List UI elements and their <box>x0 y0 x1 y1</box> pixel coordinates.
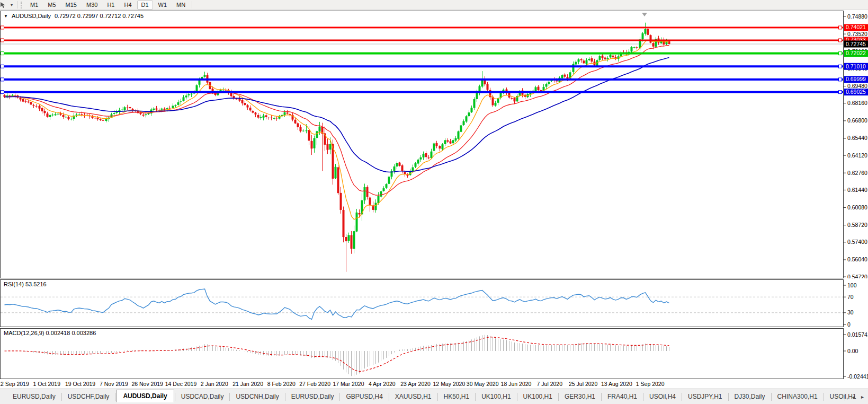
svg-text:0.57400: 0.57400 <box>847 239 867 245</box>
tab-separator <box>682 393 682 401</box>
tab-separator <box>339 393 340 401</box>
svg-text:0.73520: 0.73520 <box>847 31 867 37</box>
tab-separator <box>558 393 559 401</box>
tab-separator <box>285 393 285 401</box>
chart-tab-gbpusd-h4[interactable]: GBPUSD,H4 <box>341 391 388 402</box>
timeframe-button-d1[interactable]: D1 <box>137 1 153 10</box>
svg-text:0.62760: 0.62760 <box>847 170 867 176</box>
cursor-tool-icon[interactable] <box>2 1 10 8</box>
svg-text:0.72022: 0.72022 <box>846 50 866 56</box>
level-line[interactable] <box>0 27 843 28</box>
level-handle <box>1 52 4 55</box>
price-shift-marker-icon <box>642 13 647 16</box>
chart-tab-dj30-daily[interactable]: DJ30,Daily <box>729 391 771 402</box>
chart-tab-china300-h1[interactable]: CHINA300,H1 <box>772 391 823 402</box>
chart-tab-uk100-h1[interactable]: UK100,H1 <box>476 391 516 402</box>
chart-tab-usdchf-daily[interactable]: USDCHF,Daily <box>62 391 115 402</box>
svg-text:0.72745: 0.72745 <box>846 41 866 47</box>
tab-separator <box>61 393 62 401</box>
date-label: 7 Nov 2019 <box>100 381 128 387</box>
date-label: 13 Aug 2020 <box>601 381 632 387</box>
date-label: 1 Sep 2020 <box>636 381 665 387</box>
level-handle <box>839 26 842 29</box>
level-handle <box>1 78 4 81</box>
timeframe-button-m1[interactable]: M1 <box>26 1 42 10</box>
tabbar-separator <box>845 393 845 401</box>
date-label: 1 Oct 2019 <box>33 381 60 387</box>
timeframe-button-m15[interactable]: M15 <box>61 1 81 10</box>
chart-tab-hk50-h1[interactable]: HK50,H1 <box>439 391 475 402</box>
timeframe-button-m30[interactable]: M30 <box>82 1 102 10</box>
tab-separator <box>643 393 643 401</box>
svg-text:0.015741: 0.015741 <box>847 331 868 338</box>
level-handle <box>1 26 4 29</box>
tab-separator <box>389 393 389 401</box>
chart-tab-ger30-h1[interactable]: GER30,H1 <box>559 391 601 402</box>
toolbar: ▾ M1M5M15M30H1H4D1W1MN <box>0 0 868 10</box>
level-handle <box>1 65 4 68</box>
date-label: 27 Feb 2020 <box>299 381 330 387</box>
chart-tab-uk100-h1[interactable]: UK100,H1 <box>518 391 558 402</box>
level-handle <box>839 65 842 68</box>
tabs-scroll-right-icon[interactable]: ▸ <box>861 394 864 400</box>
level-line[interactable] <box>0 52 843 55</box>
chart-tab-eurusd-daily[interactable]: EURUSD,Daily <box>7 391 61 402</box>
timeframe-button-h4[interactable]: H4 <box>120 1 136 10</box>
date-label: 12 Sep 2019 <box>0 381 29 387</box>
chart-tab-audusd-daily[interactable]: AUDUSD,Daily <box>116 390 174 402</box>
time-axis[interactable]: 12 Sep 20191 Oct 201919 Oct 20197 Nov 20… <box>0 379 844 389</box>
tab-separator <box>771 393 772 401</box>
date-label: 8 Feb 2020 <box>267 381 296 387</box>
svg-text:0.71010: 0.71010 <box>846 63 866 69</box>
svg-text:0.65440: 0.65440 <box>847 135 867 141</box>
level-line[interactable] <box>0 78 843 81</box>
level-handle <box>839 91 842 94</box>
svg-text:0.00: 0.00 <box>847 348 858 354</box>
date-label: 19 Oct 2019 <box>65 381 95 387</box>
chart-tab-usoil-h4[interactable]: USOil,H4 <box>644 391 681 402</box>
toolbar-separator <box>17 1 17 8</box>
date-label: 14 Dec 2019 <box>165 381 197 387</box>
rsi-panel[interactable]: 10070300 <box>0 279 868 327</box>
date-label: 2 Jan 2020 <box>201 381 228 387</box>
chart-tabs-bar: EURUSD,DailyUSDCHF,DailyAUDUSD,DailyUSDC… <box>0 389 868 404</box>
tab-separator <box>437 393 438 401</box>
chart-tab-xauusd-h1[interactable]: XAUUSD,H1 <box>390 391 437 402</box>
svg-text:70: 70 <box>847 294 854 300</box>
timeframe-button-mn[interactable]: MN <box>172 1 190 10</box>
chart-tab-eurusd-daily[interactable]: EURUSD,Daily <box>286 391 339 402</box>
rsi-indicator-label: RSI(14) 53.5216 <box>4 281 47 287</box>
candles-layer <box>4 23 670 272</box>
level-handle <box>839 39 842 42</box>
chart-tab-fra40-h1[interactable]: FRA40,H1 <box>602 391 642 402</box>
svg-text:0.66800: 0.66800 <box>847 117 867 124</box>
chart-tab-usdjpy-h1[interactable]: USDJPY,H1 <box>683 391 727 402</box>
timeframe-button-m5[interactable]: M5 <box>43 1 60 10</box>
tabs-scroll-left-icon[interactable]: ◂ <box>852 394 855 400</box>
timeframe-button-w1[interactable]: W1 <box>154 1 172 10</box>
level-line[interactable] <box>0 91 843 93</box>
macd-panel[interactable]: 0.0157410.00-0.024412 <box>0 328 868 379</box>
svg-text:0.60080: 0.60080 <box>847 204 867 210</box>
macd-histogram <box>5 335 669 376</box>
collapse-triangle-icon[interactable]: ▼ <box>4 14 8 19</box>
svg-text:0.56040: 0.56040 <box>847 256 867 262</box>
timeframe-button-h1[interactable]: H1 <box>103 1 119 10</box>
price-chart[interactable]: 0.748800.735200.721600.708400.694800.681… <box>0 11 868 278</box>
date-label: 17 Mar 2020 <box>333 381 364 387</box>
tab-separator <box>728 393 729 401</box>
date-label: 26 Nov 2019 <box>131 381 163 387</box>
svg-text:-0.024412: -0.024412 <box>847 373 868 379</box>
chart-tab-usdcnh-daily[interactable]: USDCNH,Daily <box>230 391 284 402</box>
svg-text:30: 30 <box>847 309 854 315</box>
dropdown-caret-icon[interactable]: ▾ <box>11 3 13 7</box>
svg-text:0.74880: 0.74880 <box>847 13 867 20</box>
level-line[interactable] <box>0 65 843 67</box>
svg-text:0.58720: 0.58720 <box>847 222 867 228</box>
tab-separator <box>517 393 517 401</box>
tab-separator <box>175 393 175 401</box>
toolbar-grip[interactable] <box>21 2 24 8</box>
chart-tab-usdcad-daily[interactable]: USDCAD,Daily <box>176 391 229 402</box>
macd-indicator-label: MACD(12,26,9) 0.002418 0.003286 <box>4 330 96 336</box>
level-line[interactable] <box>0 39 843 41</box>
